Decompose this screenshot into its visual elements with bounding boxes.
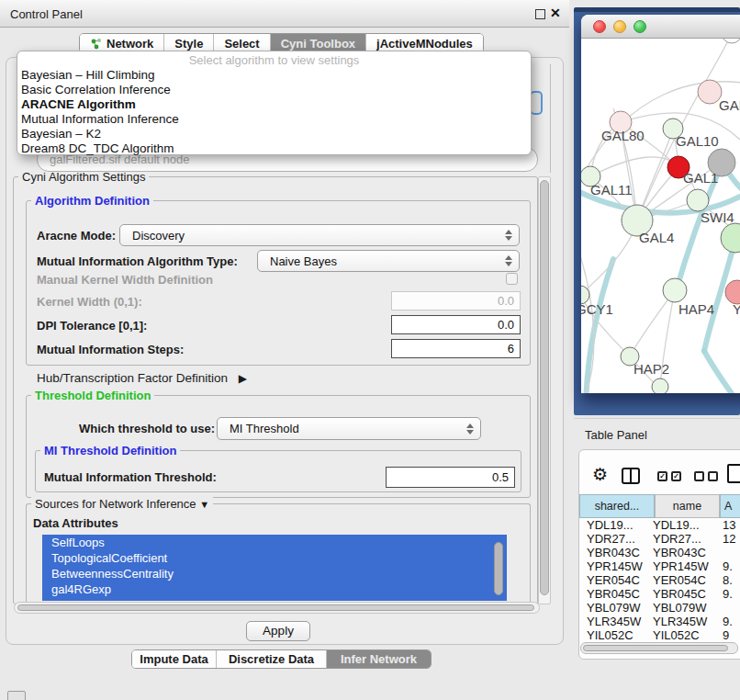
column-header-clipped[interactable]: A bbox=[720, 494, 740, 518]
algorithm-dropdown-list: Select algorithm to view settings Bayesi… bbox=[17, 51, 532, 155]
attribute-item[interactable]: BetweennessCentrality bbox=[42, 566, 507, 581]
aracne-mode-combo[interactable]: Discovery bbox=[119, 224, 520, 246]
attributes-scrollbar-thumb[interactable] bbox=[494, 542, 503, 595]
tab-select[interactable]: Select bbox=[214, 34, 270, 52]
table-row[interactable]: YPR145W YPR145W 9. bbox=[579, 559, 740, 573]
mi-steps-field[interactable]: 6 bbox=[391, 339, 521, 358]
tab-cyni-toolbox-label: Cyni Toolbox bbox=[281, 37, 355, 51]
table-row[interactable]: YDR27... YDR27... 12 bbox=[579, 532, 740, 546]
node-label: GAL80 bbox=[601, 128, 645, 143]
checked-checkbox-icon[interactable]: ✓ bbox=[657, 471, 667, 481]
mi-threshold-field[interactable]: 0.5 bbox=[386, 467, 515, 488]
dropdown-item-selected[interactable]: ARACNE Algorithm bbox=[17, 97, 531, 112]
settings-horizontal-scrollbar[interactable] bbox=[14, 602, 540, 614]
dropdown-item[interactable]: Basic Correlation Inference bbox=[17, 83, 531, 97]
hub-definition-label: Hub/Transcription Factor Definition bbox=[37, 371, 228, 385]
column-header-shared-name[interactable]: shared... bbox=[579, 494, 655, 518]
cell-name: YPR145W bbox=[653, 559, 719, 573]
dropdown-item[interactable]: Mutual Information Inference bbox=[17, 112, 531, 127]
dpi-tolerance-field[interactable]: 0.0 bbox=[391, 315, 521, 334]
tab-impute-data[interactable]: Impute Data bbox=[132, 650, 217, 668]
cell-value bbox=[719, 601, 740, 615]
column-header-label: A bbox=[724, 500, 732, 513]
table-row[interactable]: YBL079W YBL079W bbox=[579, 601, 740, 615]
tab-infer-network[interactable]: Infer Network bbox=[327, 650, 431, 668]
tab-cyni-toolbox[interactable]: Cyni Toolbox bbox=[271, 34, 366, 52]
node-gal1[interactable] bbox=[687, 189, 709, 211]
column-view-icon[interactable] bbox=[622, 468, 640, 484]
cyni-algorithm-settings-title: Cyni Algorithm Settings bbox=[18, 170, 149, 184]
spinner-icon bbox=[466, 423, 474, 435]
tab-network[interactable]: Network bbox=[80, 34, 164, 52]
network-window-titlebar[interactable] bbox=[581, 15, 740, 39]
cell-shared-name: YLR345W bbox=[579, 615, 653, 628]
cell-value: 13 bbox=[719, 518, 740, 532]
cell-value: 12 bbox=[719, 532, 740, 546]
unchecked-checkbox-icon[interactable] bbox=[708, 471, 718, 481]
attribute-item[interactable]: gal4RGexp bbox=[42, 581, 507, 597]
control-panel-title: Control Panel bbox=[10, 7, 83, 21]
cell-name: YER054C bbox=[653, 573, 719, 587]
node-hap4[interactable] bbox=[663, 278, 687, 302]
dpi-tolerance-value: 0.0 bbox=[498, 318, 514, 332]
node-label: GAL11 bbox=[590, 182, 633, 198]
kernel-width-field[interactable]: 0.0 bbox=[391, 291, 521, 310]
window-float-icon[interactable] bbox=[535, 9, 545, 19]
mi-type-combo[interactable]: Naive Bayes bbox=[257, 250, 520, 272]
dropdown-item[interactable]: Bayesian – K2 bbox=[17, 127, 531, 141]
minimize-traffic-light-icon[interactable] bbox=[613, 20, 626, 33]
node[interactable] bbox=[722, 39, 740, 43]
node-label: HAP2 bbox=[633, 361, 669, 377]
mi-threshold-label: Mutual Information Threshold: bbox=[44, 470, 217, 484]
close-traffic-light-icon[interactable] bbox=[593, 20, 606, 33]
checked-checkbox-icon[interactable]: ✓ bbox=[671, 471, 681, 481]
sources-group-title[interactable]: Sources for Network Inference ▼ bbox=[31, 497, 213, 511]
node-label: GAL8 bbox=[719, 97, 740, 113]
table-row[interactable]: YER054C YER054C 8. bbox=[579, 573, 740, 587]
table-row[interactable]: YBR045C YBR045C 9. bbox=[579, 587, 740, 601]
mi-threshold-value: 0.5 bbox=[492, 470, 509, 484]
cell-shared-name: YIL052C bbox=[579, 628, 653, 641]
column-header-label: name bbox=[673, 500, 701, 513]
tab-jactivemnodules[interactable]: jActiveMNodules bbox=[366, 34, 483, 52]
docked-panel-icon[interactable] bbox=[7, 691, 26, 700]
node-swi4[interactable] bbox=[721, 223, 740, 253]
attribute-item[interactable]: TopologicalCoefficient bbox=[42, 550, 507, 566]
table-row[interactable]: YDL19... YDL19... 13 bbox=[579, 518, 740, 532]
tab-jactivemnodules-label: jActiveMNodules bbox=[376, 37, 473, 51]
tab-network-label: Network bbox=[107, 37, 153, 51]
apply-button[interactable]: Apply bbox=[246, 621, 310, 641]
network-canvas[interactable]: GAL8 GAL80 GAL10 GAL11 GAL1 SWI4 GAL4 GC… bbox=[581, 39, 740, 393]
groupbox-border-fragment bbox=[550, 64, 551, 173]
attribute-item[interactable]: SelfLoops bbox=[42, 535, 507, 550]
edge bbox=[590, 157, 678, 176]
gear-icon[interactable]: ⚙ bbox=[592, 465, 608, 485]
table-row[interactable]: YIL052C YIL052C 9 bbox=[579, 628, 740, 641]
zoom-traffic-light-icon[interactable] bbox=[633, 20, 646, 33]
unchecked-checkbox-icon[interactable] bbox=[694, 471, 704, 481]
cell-name: YIL052C bbox=[653, 628, 719, 641]
column-header-name[interactable]: name bbox=[655, 494, 720, 518]
dpi-tolerance-label: DPI Tolerance [0,1]: bbox=[37, 319, 147, 333]
tab-discretize-data[interactable]: Discretize Data bbox=[217, 650, 327, 668]
settings-vertical-scrollbar-thumb[interactable] bbox=[540, 180, 549, 595]
document-icon[interactable] bbox=[727, 464, 740, 483]
aracne-mode-label: Aracne Mode: bbox=[37, 229, 116, 243]
divider bbox=[574, 418, 740, 419]
table-row[interactable]: YLR345W YLR345W 9. bbox=[579, 615, 740, 628]
node[interactable] bbox=[652, 378, 668, 393]
which-threshold-combo[interactable]: MI Threshold bbox=[217, 417, 481, 440]
dropdown-item[interactable]: Bayesian – Hill Climbing bbox=[17, 68, 531, 83]
table-horizontal-scrollbar[interactable] bbox=[580, 642, 738, 654]
table-row[interactable]: YBR043C YBR043C bbox=[579, 546, 740, 559]
window-close-icon[interactable]: ✕ bbox=[550, 6, 561, 20]
data-attributes-label: Data Attributes bbox=[33, 516, 118, 530]
dropdown-item[interactable]: Dream8 DC_TDC Algorithm bbox=[17, 141, 531, 156]
tab-style[interactable]: Style bbox=[164, 34, 214, 52]
network-icon bbox=[90, 38, 102, 50]
hub-definition-expander[interactable]: Hub/Transcription Factor Definition ▶ bbox=[37, 371, 247, 385]
settings-horizontal-scrollbar-thumb[interactable] bbox=[17, 604, 534, 611]
cell-value: 9. bbox=[719, 559, 740, 573]
manual-kernel-checkbox[interactable] bbox=[506, 273, 518, 285]
table-horizontal-scrollbar-thumb[interactable] bbox=[583, 645, 728, 651]
